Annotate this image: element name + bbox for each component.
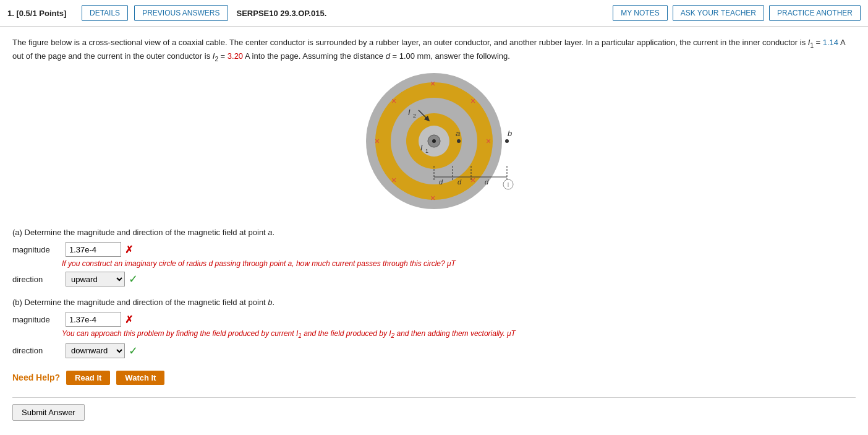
part-a-magnitude-row: magnitude ✗ <box>12 242 856 257</box>
my-notes-button[interactable]: MY NOTES <box>613 5 667 21</box>
submit-area: Submit Answer <box>12 397 856 427</box>
part-a-title: (a) Determine the magnitude and directio… <box>12 228 856 237</box>
coaxial-diagram: × × × × × × × × I 2 I 1 <box>354 73 514 215</box>
part-a-direction-row: direction upward downward left right int… <box>12 272 856 286</box>
problem-text: The figure below is a cross-sectional vi… <box>12 37 856 63</box>
svg-text:×: × <box>430 193 435 203</box>
wrong-mark-b: ✗ <box>125 314 133 325</box>
svg-text:d: d <box>457 178 462 186</box>
svg-text:×: × <box>391 96 396 106</box>
hint-a: If you construct an imaginary circle of … <box>62 259 856 268</box>
svg-text:×: × <box>470 96 475 106</box>
question-code: SERPSE10 29.3.OP.015. <box>237 9 327 18</box>
header-bar: 1. [0.5/1 Points] DETAILS PREVIOUS ANSWE… <box>0 0 868 27</box>
part-b-direction-row: direction upward downward left right int… <box>12 343 856 358</box>
part-b-magnitude-row: magnitude ✗ <box>12 312 856 327</box>
magnitude-label-b: magnitude <box>12 315 62 324</box>
svg-text:×: × <box>375 136 380 146</box>
read-it-button[interactable]: Read It <box>66 371 110 385</box>
svg-text:1: 1 <box>425 148 428 154</box>
part-a: (a) Determine the magnitude and directio… <box>12 228 856 286</box>
need-help-section: Need Help? Read It Watch It <box>12 371 856 385</box>
svg-text:×: × <box>430 79 435 88</box>
part-b: (b) Determine the magnitude and directio… <box>12 298 856 358</box>
check-mark-a: ✓ <box>129 272 138 286</box>
check-mark-b: ✓ <box>129 344 138 358</box>
ask-teacher-button[interactable]: ASK YOUR TEACHER <box>673 5 764 21</box>
I1-value: 1.14 <box>823 38 838 47</box>
hint-b: You can approach this problem by finding… <box>62 329 856 339</box>
previous-answers-button[interactable]: PREVIOUS ANSWERS <box>134 5 228 21</box>
svg-text:i: i <box>508 181 509 188</box>
details-button[interactable]: DETAILS <box>82 5 128 21</box>
direction-label-a: direction <box>12 275 62 284</box>
svg-text:d: d <box>485 178 489 186</box>
svg-text:×: × <box>486 136 491 146</box>
svg-text:a: a <box>456 129 460 138</box>
diagram-area: × × × × × × × × I 2 I 1 <box>12 73 856 215</box>
svg-text:d: d <box>439 178 443 186</box>
svg-text:I: I <box>420 143 423 152</box>
header-right: MY NOTES ASK YOUR TEACHER PRACTICE ANOTH… <box>613 5 861 21</box>
svg-point-20 <box>457 139 461 143</box>
problem-text-part3: A into the page. Assuming the distance d… <box>243 51 510 61</box>
svg-text:I: I <box>408 108 411 117</box>
practice-another-button[interactable]: PRACTICE ANOTHER <box>769 5 861 21</box>
magnitude-label-a: magnitude <box>12 245 62 254</box>
magnitude-input-a[interactable] <box>66 242 121 257</box>
I2-value: 3.20 <box>228 51 243 61</box>
question-number: 1. [0.5/1 Points] <box>7 9 75 18</box>
watch-it-button[interactable]: Watch It <box>116 371 164 385</box>
need-help-label: Need Help? <box>12 373 60 382</box>
direction-select-b[interactable]: upward downward left right into page out… <box>66 343 125 358</box>
svg-point-22 <box>505 139 509 143</box>
direction-label-b: direction <box>12 346 62 355</box>
svg-text:2: 2 <box>413 113 416 119</box>
wrong-mark-a: ✗ <box>125 244 133 256</box>
problem-text-part1: The figure below is a cross-sectional vi… <box>12 38 823 47</box>
svg-text:b: b <box>508 129 512 138</box>
magnitude-input-b[interactable] <box>66 312 121 327</box>
part-b-title: (b) Determine the magnitude and directio… <box>12 298 856 307</box>
svg-point-6 <box>432 139 436 143</box>
content-area: The figure below is a cross-sectional vi… <box>0 27 868 435</box>
svg-text:×: × <box>391 175 396 185</box>
direction-select-a[interactable]: upward downward left right into page out… <box>66 272 125 286</box>
submit-answer-button[interactable]: Submit Answer <box>12 404 85 421</box>
